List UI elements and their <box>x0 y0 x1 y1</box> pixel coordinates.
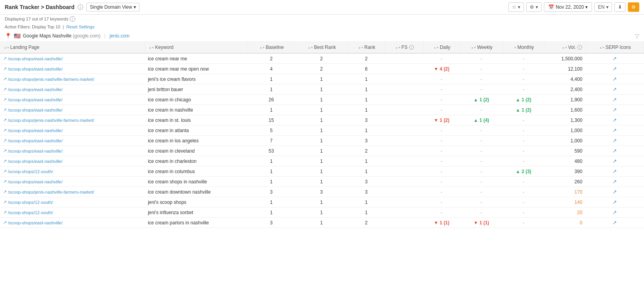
col-serp-icons[interactable]: ▲▼ SERP Icons <box>586 42 644 53</box>
daily-cell: - <box>424 187 460 197</box>
trend-chart-icon[interactable]: ↗ <box>612 209 617 215</box>
baseline-cell: 1 <box>248 197 295 207</box>
trend-chart-icon[interactable]: ↗ <box>612 86 617 92</box>
col-baseline[interactable]: ▲▼ Baseline <box>248 42 295 53</box>
fs-info-icon[interactable]: i <box>409 45 414 50</box>
calendar-icon: 📅 <box>548 4 554 10</box>
trend-chart-icon[interactable]: ↗ <box>612 168 617 174</box>
landing-page-link[interactable]: /scoop-shops/east-nashville/ <box>8 179 63 184</box>
language-selector[interactable]: EN ▾ <box>594 2 612 12</box>
external-link-icon[interactable]: ↗ <box>3 159 7 164</box>
trend-chart-icon[interactable]: ↗ <box>612 76 617 82</box>
chevron-down-icon: ▾ <box>536 4 538 10</box>
landing-page-link[interactable]: /scoop-shops/12-south/ <box>8 200 53 205</box>
landing-page-link[interactable]: /scoop-shops/east-nashville/ <box>8 220 63 225</box>
external-link-icon[interactable]: ↗ <box>3 118 7 123</box>
col-monthly[interactable]: ▼ Monthly <box>503 42 544 53</box>
trend-chart-icon[interactable]: ↗ <box>612 56 617 62</box>
col-keyword[interactable]: ▲▼ Keyword <box>145 42 248 53</box>
landing-page-link[interactable]: /scoop-shops/12-south/ <box>8 210 53 215</box>
landing-page-link[interactable]: /scoop-shops/east-nashville/ <box>8 67 63 71</box>
external-link-icon[interactable]: ↗ <box>3 179 7 184</box>
trend-chart-icon[interactable]: ↗ <box>612 66 617 72</box>
landing-page-link[interactable]: /scoop-shops/east-nashville/ <box>8 128 63 133</box>
landing-page-link[interactable]: /scoop-shops/east-nashville/ <box>8 56 63 61</box>
external-link-icon[interactable]: ↗ <box>3 169 7 174</box>
external-link-icon[interactable]: ↗ <box>3 200 7 205</box>
landing-page-link[interactable]: /scoop-shops/12-south/ <box>8 169 53 174</box>
external-link-icon[interactable]: ↗ <box>3 138 7 143</box>
trend-chart-icon[interactable]: ↗ <box>612 179 617 185</box>
baseline-cell: 1 <box>248 84 295 95</box>
monthly-cell: - <box>503 84 544 95</box>
external-link-icon[interactable]: ↗ <box>3 66 7 71</box>
baseline-cell: 1 <box>248 156 295 166</box>
fs-cell <box>385 207 423 218</box>
trend-chart-icon[interactable]: ↗ <box>612 127 617 133</box>
landing-page-link[interactable]: /scoop-shops/jenis-nashville-farmers-mar… <box>8 190 94 194</box>
external-link-icon[interactable]: ↗ <box>3 220 7 225</box>
external-link-icon[interactable]: ↗ <box>3 148 7 153</box>
landing-page-link[interactable]: /scoop-shops/east-nashville/ <box>8 97 63 102</box>
google-maps-label: Google Maps Nashville (google.com) <box>23 33 101 39</box>
vol-cell: 1,300 <box>544 115 585 125</box>
landing-page-link[interactable]: /scoop-shops/east-nashville/ <box>8 87 63 92</box>
trend-chart-icon[interactable]: ↗ <box>612 199 617 205</box>
table-row: ↗/scoop-shops/12-south/jeni's influenza … <box>0 207 644 218</box>
landing-page-link[interactable]: /scoop-shops/east-nashville/ <box>8 149 63 153</box>
external-link-icon[interactable]: ↗ <box>3 210 7 215</box>
external-link-icon[interactable]: ↗ <box>3 128 7 133</box>
gear-button[interactable]: ⚙ ▾ <box>526 2 542 12</box>
col-best-rank[interactable]: ▲▼ Best Rank <box>295 42 348 53</box>
date-picker[interactable]: 📅 Nov 22, 2020 ▾ <box>544 2 592 12</box>
vol-info-icon[interactable]: i <box>577 45 582 50</box>
trend-chart-icon[interactable]: ↗ <box>612 117 617 123</box>
landing-page-link[interactable]: /scoop-shops/jenis-nashville-farmers-mar… <box>8 77 94 82</box>
reset-settings-link[interactable]: Reset Settings <box>66 24 95 29</box>
col-daily[interactable]: ▲▼ Daily <box>424 42 460 53</box>
download-button[interactable]: ⬇ <box>614 2 625 12</box>
date-label: Nov 22, 2020 <box>556 4 584 10</box>
trend-chart-icon[interactable]: ↗ <box>612 148 617 154</box>
trend-chart-icon[interactable]: ↗ <box>612 107 617 113</box>
star-button[interactable]: ☆ ▾ <box>508 2 524 12</box>
col-vol[interactable]: ▲▼ Vol. i <box>544 42 585 53</box>
landing-page-link[interactable]: /scoop-shops/east-nashville/ <box>8 159 63 164</box>
best-rank-cell: 1 <box>295 84 348 95</box>
col-weekly[interactable]: ▲▼ Weekly <box>460 42 503 53</box>
external-link-icon[interactable]: ↗ <box>3 97 7 102</box>
landing-page-link[interactable]: /scoop-shops/east-nashville/ <box>8 138 63 143</box>
col-landing-page[interactable]: ▲▼ Landing Page <box>0 42 145 53</box>
weekly-cell: - <box>460 136 503 146</box>
trend-chart-icon[interactable]: ↗ <box>612 138 617 144</box>
trend-chart-icon[interactable]: ↗ <box>612 220 617 226</box>
trend-chart-icon[interactable]: ↗ <box>612 97 617 103</box>
external-link-icon[interactable]: ↗ <box>3 107 7 112</box>
col-rank[interactable]: ▲▼ Rank <box>348 42 385 53</box>
settings-button[interactable]: ⚙ <box>628 2 639 12</box>
best-rank-cell: 1 <box>295 125 348 136</box>
monthly-cell: ▲ 1 (2) <box>503 95 544 105</box>
domain-view-dropdown[interactable]: Single Domain View ▾ <box>86 3 140 11</box>
landing-page-link[interactable]: /scoop-shops/east-nashville/ <box>8 108 63 112</box>
baseline-cell: 4 <box>248 64 295 74</box>
table-row: ↗/scoop-shops/east-nashville/ice cream s… <box>0 177 644 187</box>
external-link-icon[interactable]: ↗ <box>3 87 7 92</box>
trend-chart-icon[interactable]: ↗ <box>612 158 617 164</box>
col-fs[interactable]: ▲▼ FS i <box>385 42 423 53</box>
baseline-cell: 1 <box>248 105 295 115</box>
external-link-icon[interactable]: ↗ <box>3 56 7 61</box>
external-link-icon[interactable]: ↗ <box>3 189 7 194</box>
external-link-icon[interactable]: ↗ <box>3 77 7 82</box>
breadcrumb-info-icon[interactable]: i <box>78 4 83 10</box>
landing-page-cell: ↗/scoop-shops/12-south/ <box>0 166 145 177</box>
baseline-cell: 1 <box>248 166 295 177</box>
landing-page-link[interactable]: /scoop-shops/jenis-nashville-farmers-mar… <box>8 118 94 123</box>
filter-icon[interactable]: ▽ <box>635 33 639 39</box>
table-row: ↗/scoop-shops/east-nashville/ice cream n… <box>0 64 644 74</box>
jenis-domain-link[interactable]: jenis.com <box>110 33 130 39</box>
trend-chart-icon[interactable]: ↗ <box>612 189 617 195</box>
settings-icon: ⚙ <box>631 4 636 10</box>
keywords-info-icon[interactable]: i <box>70 16 75 22</box>
keyword-cell: ice cream parlors in nashville <box>145 218 248 228</box>
